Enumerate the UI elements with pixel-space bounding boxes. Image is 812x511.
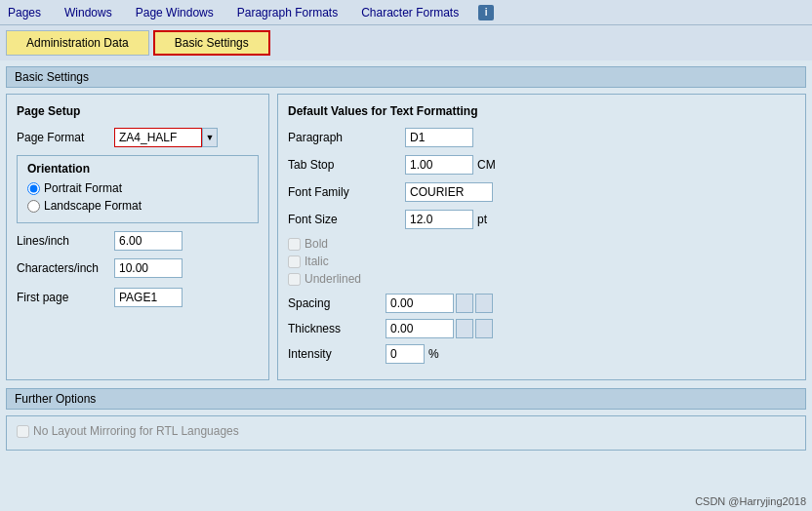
landscape-label: Landscape Format [44, 199, 142, 213]
italic-row: Italic [288, 255, 795, 268]
menu-pages[interactable]: Pages [4, 4, 45, 21]
spacing-row: Spacing [288, 294, 795, 313]
section-header-basic: Basic Settings [6, 66, 806, 88]
further-options-section: Further Options No Layout Mirroring for … [6, 388, 806, 451]
page-format-dropdown-btn[interactable]: ▼ [202, 128, 218, 147]
chars-inch-input[interactable] [114, 258, 183, 278]
lines-inch-label: Lines/inch [17, 234, 114, 248]
page-format-row: Page Format ▼ [17, 128, 259, 147]
watermark: CSDN @Harryjing2018 [695, 495, 806, 507]
info-icon[interactable]: i [478, 5, 494, 20]
chars-inch-row: Characters/inch [17, 258, 259, 278]
lines-inch-row: Lines/inch [17, 231, 259, 251]
bold-checkbox [288, 238, 301, 251]
underlined-checkbox [288, 273, 301, 286]
page-setup-title: Page Setup [17, 104, 259, 118]
spacing-btn1[interactable] [456, 294, 473, 313]
intensity-row: Intensity % [288, 344, 795, 364]
tab-stop-label: Tab Stop [288, 158, 405, 172]
page-format-input-group: ▼ [114, 128, 218, 147]
intensity-input[interactable] [386, 344, 425, 364]
page-format-label: Page Format [17, 131, 114, 144]
font-family-row: Font Family [288, 182, 795, 202]
tab-basic-settings[interactable]: Basic Settings [153, 30, 270, 56]
default-values-panel: Default Values for Text Formatting Parag… [277, 94, 806, 380]
font-size-input[interactable] [405, 210, 473, 229]
italic-label: Italic [304, 255, 329, 268]
intensity-unit: % [428, 347, 439, 361]
spacing-input[interactable] [386, 294, 454, 313]
tab-stop-row: Tab Stop CM [288, 155, 795, 175]
menu-windows[interactable]: Windows [61, 4, 116, 21]
lines-inch-input[interactable] [114, 231, 183, 251]
page-format-input[interactable] [114, 128, 202, 147]
orientation-box: Orientation Portrait Format Landscape Fo… [17, 155, 259, 223]
paragraph-row: Paragraph [288, 128, 795, 147]
thickness-btn2[interactable] [475, 319, 493, 338]
landscape-radio[interactable] [27, 200, 40, 213]
font-size-row: Font Size pt [288, 210, 795, 229]
tab-stop-input[interactable] [405, 155, 473, 175]
landscape-row: Landscape Format [27, 199, 248, 213]
bold-row: Bold [288, 237, 795, 251]
italic-checkbox [288, 256, 301, 268]
paragraph-input[interactable] [405, 128, 473, 147]
paragraph-label: Paragraph [288, 131, 405, 144]
thickness-label: Thickness [288, 322, 386, 335]
further-options-header: Further Options [6, 388, 806, 410]
spacing-label: Spacing [288, 296, 386, 310]
thickness-input[interactable] [386, 319, 454, 338]
first-page-row: First page [17, 288, 259, 307]
font-size-unit: pt [477, 213, 487, 226]
chars-inch-label: Characters/inch [17, 261, 114, 275]
tabbar: Administration Data Basic Settings [0, 25, 812, 60]
thickness-btn1[interactable] [456, 319, 473, 338]
menu-character-formats[interactable]: Character Formats [357, 4, 463, 21]
first-page-input[interactable] [114, 288, 183, 307]
default-values-title: Default Values for Text Formatting [288, 104, 795, 118]
portrait-row: Portrait Format [27, 181, 248, 195]
tab-stop-unit: CM [477, 158, 496, 172]
bold-label: Bold [304, 237, 328, 251]
orientation-title: Orientation [27, 162, 248, 176]
font-size-label: Font Size [288, 213, 405, 226]
menu-paragraph-formats[interactable]: Paragraph Formats [233, 4, 342, 21]
first-page-label: First page [17, 291, 114, 304]
main-content: Basic Settings Page Setup Page Format ▼ … [0, 60, 812, 511]
portrait-label: Portrait Format [44, 181, 122, 195]
menubar: Pages Windows Page Windows Paragraph For… [0, 0, 812, 25]
thickness-row: Thickness [288, 319, 795, 338]
menu-page-windows[interactable]: Page Windows [132, 4, 218, 21]
tab-administration[interactable]: Administration Data [6, 30, 149, 56]
font-family-input[interactable] [405, 182, 493, 202]
rtl-checkbox [17, 425, 29, 438]
underlined-row: Underlined [288, 272, 795, 286]
page-setup-panel: Page Setup Page Format ▼ Orientation Por… [6, 94, 269, 380]
further-options-panel: No Layout Mirroring for RTL Languages [6, 415, 806, 451]
underlined-label: Underlined [304, 272, 361, 286]
rtl-row: No Layout Mirroring for RTL Languages [17, 424, 795, 438]
spacing-btn2[interactable] [475, 294, 493, 313]
two-col-layout: Page Setup Page Format ▼ Orientation Por… [6, 94, 806, 380]
font-family-label: Font Family [288, 185, 405, 199]
portrait-radio[interactable] [27, 182, 40, 195]
rtl-label: No Layout Mirroring for RTL Languages [33, 424, 239, 438]
intensity-label: Intensity [288, 347, 386, 361]
